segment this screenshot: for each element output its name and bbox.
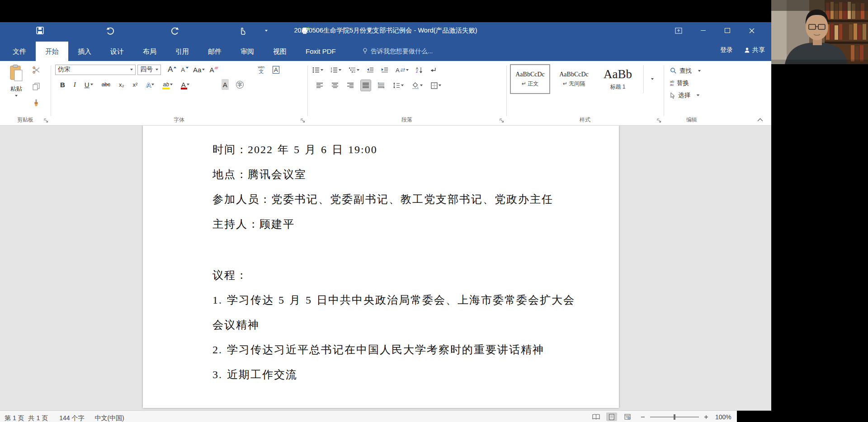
- document-line[interactable]: 地点：腾讯会议室: [212, 167, 307, 182]
- tab-references[interactable]: 引用: [166, 42, 198, 61]
- line-spacing-button[interactable]: [392, 80, 405, 91]
- zoom-percentage[interactable]: 100%: [715, 413, 731, 421]
- styles-gallery-more-button[interactable]: [649, 65, 656, 93]
- grow-font-button[interactable]: A: [166, 64, 178, 75]
- web-layout-button[interactable]: [622, 413, 633, 421]
- paragraph-dialog-launcher[interactable]: [500, 118, 504, 123]
- asian-layout-button[interactable]: A: [394, 65, 410, 75]
- decrease-indent-button[interactable]: [365, 65, 375, 75]
- font-size-combo[interactable]: 四号: [137, 65, 161, 75]
- document-line[interactable]: 时间：2022 年 5 月 6 日 19:00: [212, 142, 377, 157]
- font-name-combo[interactable]: 仿宋: [55, 65, 136, 75]
- document-line[interactable]: 主持人：顾建平: [212, 217, 295, 231]
- highlight-color-button[interactable]: ab: [161, 79, 174, 90]
- zoom-slider-thumb[interactable]: [674, 414, 675, 420]
- paste-button[interactable]: 粘贴: [5, 65, 28, 97]
- style-heading1[interactable]: AaBb 标题 1: [599, 65, 637, 93]
- tab-design[interactable]: 设计: [101, 42, 133, 61]
- borders-button[interactable]: [429, 80, 443, 91]
- tab-file[interactable]: 文件: [3, 42, 36, 61]
- maximize-button[interactable]: [715, 22, 740, 39]
- status-page-total[interactable]: 共 1 页: [28, 414, 48, 422]
- sign-in-link[interactable]: 登录: [720, 46, 733, 54]
- numbering-button[interactable]: [329, 65, 343, 75]
- status-page-number[interactable]: 第 1 页: [5, 414, 24, 422]
- print-preview-button[interactable]: [301, 26, 310, 35]
- find-button[interactable]: 查找: [670, 65, 701, 77]
- minimize-button[interactable]: [691, 22, 715, 39]
- subscript-button[interactable]: x₂: [118, 79, 126, 90]
- style-normal[interactable]: AaBbCcDc ↵ 正文: [511, 65, 549, 93]
- format-painter-button[interactable]: [33, 99, 40, 107]
- shrink-font-button[interactable]: A: [179, 64, 190, 75]
- enclose-characters-button[interactable]: 字: [235, 79, 245, 90]
- tab-mailings[interactable]: 邮件: [198, 42, 231, 61]
- document-line[interactable]: 会议精神: [212, 318, 259, 332]
- status-word-count[interactable]: 144 个字: [59, 414, 84, 422]
- tell-me-label: 告诉我您想要做什么...: [371, 47, 433, 56]
- print-layout-button[interactable]: [606, 413, 617, 421]
- select-button[interactable]: 选择: [670, 89, 701, 101]
- document-line[interactable]: 参加人员：党委书记、党委副书记、教工党支部书记、党政办主任: [212, 192, 553, 206]
- ribbon-display-options-button[interactable]: [666, 22, 691, 39]
- strikethrough-button[interactable]: abc: [100, 79, 112, 90]
- style-name: 无间隔: [569, 80, 585, 87]
- share-button[interactable]: 共享: [745, 46, 765, 54]
- tab-view[interactable]: 视图: [264, 42, 296, 61]
- phonetic-guide-button[interactable]: wén 文: [256, 64, 266, 75]
- align-center-button[interactable]: [330, 80, 340, 91]
- touch-mode-dropdown[interactable]: [264, 26, 269, 35]
- zoom-in-button[interactable]: [704, 415, 708, 419]
- styles-dialog-launcher[interactable]: [657, 118, 661, 123]
- shading-button[interactable]: [410, 80, 424, 91]
- font-color-button[interactable]: A: [180, 79, 191, 90]
- change-case-button[interactable]: Aa: [192, 64, 206, 75]
- character-border-button[interactable]: A: [271, 64, 281, 75]
- italic-button[interactable]: I: [72, 79, 77, 90]
- sort-button[interactable]: AZ: [415, 65, 424, 75]
- cut-button[interactable]: [33, 66, 40, 74]
- tab-foxit-pdf[interactable]: Foxit PDF: [296, 42, 345, 61]
- align-right-button[interactable]: [345, 80, 355, 91]
- collapse-ribbon-button[interactable]: [757, 118, 763, 122]
- undo-button[interactable]: [105, 26, 114, 35]
- close-button[interactable]: [740, 22, 764, 39]
- tell-me-box[interactable]: 告诉我您想要做什么...: [363, 42, 433, 61]
- font-dialog-launcher[interactable]: [301, 118, 305, 123]
- document-line[interactable]: 3. 近期工作交流: [212, 367, 297, 382]
- replace-button[interactable]: abac 替换: [670, 77, 701, 89]
- customize-qat-button[interactable]: [367, 26, 372, 35]
- status-language[interactable]: 中文(中国): [94, 414, 124, 422]
- clipboard-dialog-launcher[interactable]: [44, 118, 48, 123]
- multilevel-list-button[interactable]: [347, 65, 361, 75]
- zoom-slider[interactable]: [650, 417, 699, 417]
- bold-button[interactable]: B: [59, 79, 66, 90]
- style-no-spacing[interactable]: AaBbCcDc ↵ 无间隔: [555, 65, 593, 93]
- document-line[interactable]: 2. 学习传达习近平总书记在中国人民大学考察时的重要讲话精神: [212, 342, 544, 357]
- tab-home[interactable]: 开始: [36, 42, 68, 61]
- tab-layout[interactable]: 布局: [133, 42, 166, 61]
- document-page[interactable]: 时间：2022 年 5 月 6 日 19:00 地点：腾讯会议室 参加人员：党委…: [143, 126, 619, 408]
- clear-formatting-button[interactable]: A: [208, 64, 219, 75]
- zoom-out-button[interactable]: [641, 415, 645, 419]
- underline-button[interactable]: U: [83, 79, 94, 90]
- distribute-button[interactable]: [376, 80, 386, 91]
- tab-insert[interactable]: 插入: [68, 42, 101, 61]
- character-shading-button[interactable]: A: [222, 79, 229, 90]
- increase-indent-button[interactable]: [380, 65, 390, 75]
- align-left-button[interactable]: [315, 80, 325, 91]
- text-effects-button[interactable]: A: [145, 79, 156, 90]
- bullets-button[interactable]: [311, 65, 325, 75]
- redo-button[interactable]: [171, 26, 180, 35]
- superscript-button[interactable]: x²: [132, 79, 139, 90]
- style-preview: AaBbCcDc: [559, 71, 589, 78]
- document-line[interactable]: 1. 学习传达 5 月 5 日中共中央政治局常委会、上海市委常委会扩大会: [212, 293, 575, 307]
- show-hide-marks-button[interactable]: [429, 65, 438, 75]
- justify-button[interactable]: [361, 80, 371, 91]
- save-button[interactable]: [35, 26, 44, 35]
- touch-mouse-mode-button[interactable]: [238, 26, 247, 35]
- copy-button[interactable]: [33, 83, 40, 90]
- document-line[interactable]: 议程：: [212, 268, 248, 282]
- read-mode-button[interactable]: [590, 413, 601, 421]
- tab-review[interactable]: 审阅: [231, 42, 264, 61]
